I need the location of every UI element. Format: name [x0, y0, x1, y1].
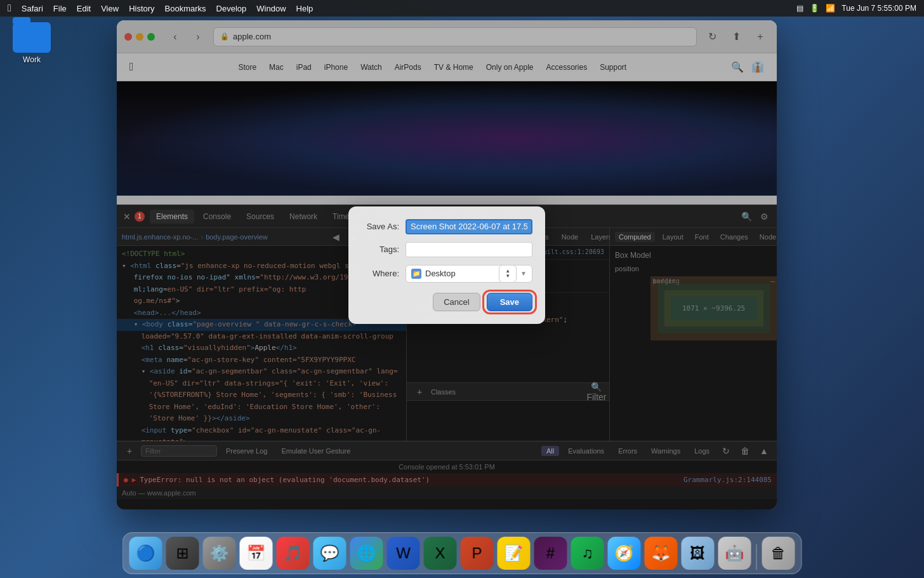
word-icon: W [396, 544, 411, 562]
cancel-button[interactable]: Cancel [433, 293, 480, 311]
menu-edit[interactable]: Edit [77, 4, 91, 13]
dialog-where-row: Where: 📁 Desktop ▲ ▼ ▼ [361, 265, 532, 283]
dock-item-calendar[interactable]: 📅 Calendar [240, 537, 273, 570]
menu-bookmarks[interactable]: Bookmarks [165, 4, 206, 13]
menu-window[interactable]: Window [256, 4, 286, 13]
music-icon: 🎵 [284, 544, 303, 562]
dock-item-notes[interactable]: 📝 Notes [498, 537, 531, 570]
filename-input[interactable] [406, 219, 532, 234]
chrome-icon: 🌐 [357, 544, 376, 562]
menu-view[interactable]: View [101, 4, 119, 13]
dock-item-system-prefs[interactable]: ⚙️ System Preferences [203, 537, 236, 570]
dock-item-word[interactable]: W Word [387, 537, 420, 570]
system-prefs-icon: ⚙️ [210, 544, 229, 562]
trash-icon: 🗑 [771, 544, 786, 562]
notes-icon: 📝 [505, 544, 524, 562]
menu-history[interactable]: History [129, 4, 154, 13]
wifi-icon: 📶 [826, 4, 835, 13]
menubar:  Safari File Edit View History Bookmark… [0, 0, 924, 17]
save-button[interactable]: Save [487, 293, 532, 311]
slack-icon: # [546, 544, 555, 562]
stepper-down-icon: ▼ [505, 274, 510, 279]
dialog-buttons: Cancel Save [361, 293, 532, 311]
dock-item-excel[interactable]: X Excel [424, 537, 457, 570]
powerpoint-icon: P [472, 544, 482, 562]
dock-item-finder[interactable]: 🔵 Finder [129, 537, 162, 570]
finder-icon: 🔵 [136, 544, 155, 562]
menu-develop[interactable]: Develop [216, 4, 247, 13]
launchpad-icon: ⊞ [176, 544, 189, 562]
tags-label: Tags: [361, 245, 399, 254]
calendar-icon: 📅 [247, 544, 266, 562]
excel-icon: X [435, 544, 445, 562]
dock-item-music[interactable]: 🎵 Music [277, 537, 310, 570]
safari-icon: 🧭 [615, 544, 634, 562]
battery-icon: 🔋 [810, 4, 819, 13]
where-select[interactable]: 📁 Desktop ▲ ▼ ▼ [406, 265, 532, 283]
browser-window: ‹ › 🔒 apple.com ↻ ⬆ +  Store Mac iPad i… [117, 20, 777, 509]
where-label: Where: [361, 269, 399, 278]
menu-file[interactable]: File [53, 4, 67, 13]
dock-item-safari[interactable]: 🧭 Safari [608, 537, 641, 570]
desktop-folder-work[interactable]: Work [13, 22, 51, 64]
apple-menu[interactable]:  [8, 3, 11, 14]
dock: 🔵 Finder ⊞ Launchpad ⚙️ System Preferenc… [122, 532, 802, 574]
dock-item-trash[interactable]: 🗑 Trash [762, 537, 795, 570]
menubar-right: ▤ 🔋 📶 Tue Jun 7 5:55:00 PM [796, 4, 916, 13]
dock-item-launchpad[interactable]: ⊞ Launchpad [166, 537, 199, 570]
desktop:  Safari File Edit View History Bookmark… [0, 0, 924, 578]
save-dialog-overlay: Save As: Tags: Where: 📁 Desktop ▲ ▼ [117, 20, 777, 509]
desktop-folder-icon: 📁 [411, 269, 421, 279]
dock-item-messages[interactable]: 💬 Messages [314, 537, 346, 570]
dock-item-preview[interactable]: 🖼 Preview [682, 537, 715, 570]
save-as-label: Save As: [361, 222, 399, 231]
dialog-tags-row: Tags: [361, 242, 532, 257]
clock: Tue Jun 7 5:55:00 PM [842, 4, 916, 13]
dock-item-powerpoint[interactable]: P PowerPoint [461, 537, 494, 570]
folder-icon [13, 22, 51, 53]
menubar-left:  Safari File Edit View History Bookmark… [8, 3, 313, 14]
save-dialog: Save As: Tags: Where: 📁 Desktop ▲ ▼ [348, 206, 545, 324]
dock-item-chrome[interactable]: 🌐 Chrome [350, 537, 383, 570]
firefox-icon: 🦊 [652, 544, 671, 562]
dock-item-spotify[interactable]: ♫ Spotify [571, 537, 604, 570]
dropbox-icon: ▤ [796, 4, 803, 13]
tags-input[interactable] [406, 242, 532, 257]
save-label: Save [500, 297, 519, 307]
robot-icon: 🤖 [725, 544, 744, 562]
folder-label: Work [23, 55, 41, 64]
where-value: Desktop [425, 269, 495, 278]
menu-safari[interactable]: Safari [22, 4, 43, 13]
spotify-icon: ♫ [582, 544, 593, 562]
dock-divider [756, 544, 757, 570]
menu-help[interactable]: Help [296, 4, 314, 13]
dock-item-slack[interactable]: # Slack [534, 537, 567, 570]
messages-icon: 💬 [320, 544, 340, 562]
where-chevron-icon: ▼ [520, 270, 527, 277]
where-stepper[interactable]: ▲ ▼ [499, 265, 517, 283]
dock-item-robot[interactable]: 🤖 Robot [718, 537, 751, 570]
dialog-save-as-row: Save As: [361, 219, 532, 234]
dock-item-firefox[interactable]: 🦊 Firefox [645, 537, 678, 570]
preview-icon: 🖼 [690, 544, 706, 562]
